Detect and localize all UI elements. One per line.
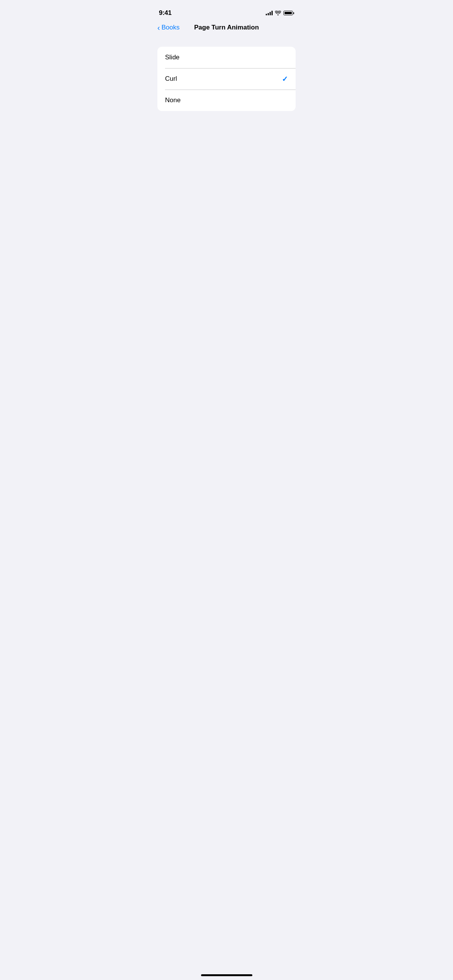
options-list: SlideCurl✓None (157, 47, 296, 111)
status-time: 9:41 (159, 9, 172, 17)
back-chevron-icon: ‹ (157, 24, 160, 31)
option-row-none[interactable]: None (157, 90, 296, 111)
battery-icon (283, 11, 294, 15)
back-button[interactable]: ‹ Books (157, 24, 180, 31)
signal-icon (266, 11, 273, 15)
wifi-icon (275, 11, 281, 15)
option-label-curl: Curl (165, 75, 177, 83)
nav-bar: ‹ Books Page Turn Animation (151, 21, 302, 36)
option-label-slide: Slide (165, 54, 180, 61)
back-label: Books (162, 24, 180, 31)
page-title: Page Turn Animation (194, 24, 259, 31)
option-row-slide[interactable]: Slide (157, 47, 296, 68)
option-row-curl[interactable]: Curl✓ (157, 68, 296, 90)
option-label-none: None (165, 96, 181, 104)
status-icons (266, 11, 294, 15)
checkmark-icon-curl: ✓ (282, 75, 288, 83)
content: SlideCurl✓None (151, 36, 302, 111)
status-bar: 9:41 (151, 0, 302, 21)
